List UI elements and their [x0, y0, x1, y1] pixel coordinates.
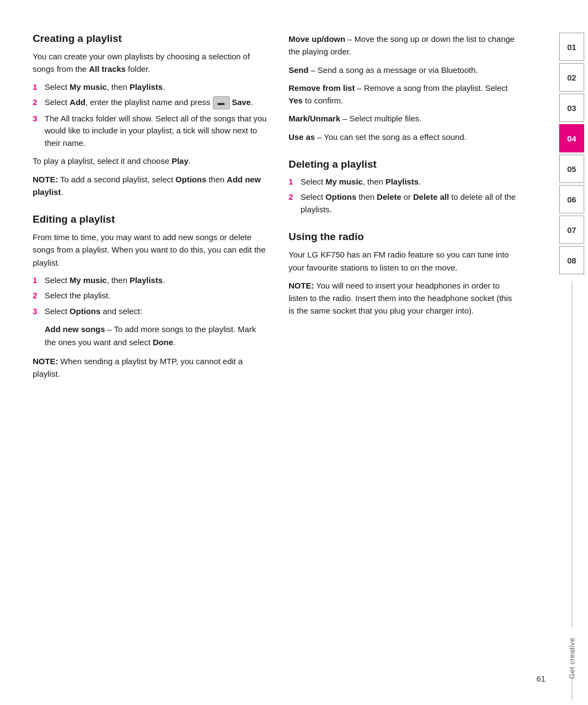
using-radio-heading: Using the radio	[289, 231, 517, 243]
mark-unmark-text: Mark/Unmark – Select multiple files.	[289, 112, 517, 125]
add-new-songs-item: Add new songs – To add more songs to the…	[45, 323, 267, 348]
move-updown-text: Move up/down – Move the song up or down …	[289, 33, 517, 58]
tab-03[interactable]: 03	[559, 94, 584, 122]
play-note: To play a playlist, select it and choose…	[33, 155, 267, 167]
creating-playlist-heading: Creating a playlist	[33, 33, 267, 45]
editing-steps-list: 1 Select My music, then Playlists. 2 Sel…	[33, 274, 267, 318]
radio-note: NOTE: You will need to insert your headp…	[289, 279, 517, 317]
sidebar: 01 02 03 04 05 06 07 08 Get creative	[555, 0, 588, 705]
save-button-icon: ▬	[213, 96, 230, 109]
tab-02[interactable]: 02	[559, 63, 584, 91]
creating-playlist-intro: You can create your own playlists by cho…	[33, 50, 267, 76]
editing-sub-list: Add new songs – To add more songs to the…	[33, 323, 267, 348]
deleting-step-1: 1 Select My music, then Playlists.	[289, 176, 517, 188]
editing-playlist-intro: From time to time, you may want to add n…	[33, 231, 267, 269]
deleting-step-2: 2 Select Options then Delete or Delete a…	[289, 191, 517, 216]
creating-step-2: 2 Select Add, enter the playlist name an…	[33, 96, 267, 109]
editing-step-3: 3 Select Options and select:	[33, 305, 267, 318]
send-text: Send – Send a song as a message or via B…	[289, 64, 517, 76]
creating-step-1: 1 Select My music, then Playlists.	[33, 81, 267, 94]
page-container: Creating a playlist You can create your …	[0, 0, 588, 705]
page-number: 61	[536, 674, 550, 683]
using-radio-intro: Your LG KF750 has an FM radio feature so…	[289, 248, 517, 274]
get-creative-label: Get creative	[568, 632, 576, 679]
editing-playlist-heading: Editing a playlist	[33, 213, 267, 225]
mtp-note: NOTE: When sending a playlist by MTP, yo…	[33, 355, 267, 381]
tab-06[interactable]: 06	[559, 185, 584, 213]
creating-step-3: 3 The All tracks folder will show. Selec…	[33, 113, 267, 150]
editing-step-2: 2 Select the playlist.	[33, 290, 267, 302]
tab-01[interactable]: 01	[559, 33, 584, 61]
tab-04[interactable]: 04	[559, 124, 584, 152]
tab-05[interactable]: 05	[559, 155, 584, 183]
deleting-steps-list: 1 Select My music, then Playlists. 2 Sel…	[289, 176, 517, 216]
editing-step-1: 1 Select My music, then Playlists.	[33, 274, 267, 287]
tab-08[interactable]: 08	[559, 246, 584, 274]
remove-from-list-text: Remove from list – Remove a song from th…	[289, 82, 517, 107]
add-second-note: NOTE: To add a second playlist, select O…	[33, 173, 267, 199]
main-content: Creating a playlist You can create your …	[0, 0, 555, 705]
use-as-text: Use as – You can set the song as a effec…	[289, 131, 517, 143]
tab-07[interactable]: 07	[559, 216, 584, 244]
left-column: Creating a playlist You can create your …	[33, 33, 267, 672]
right-column: Move up/down – Move the song up or down …	[289, 33, 528, 672]
deleting-playlist-heading: Deleting a playlist	[289, 158, 517, 170]
creating-steps-list: 1 Select My music, then Playlists. 2 Sel…	[33, 81, 267, 150]
